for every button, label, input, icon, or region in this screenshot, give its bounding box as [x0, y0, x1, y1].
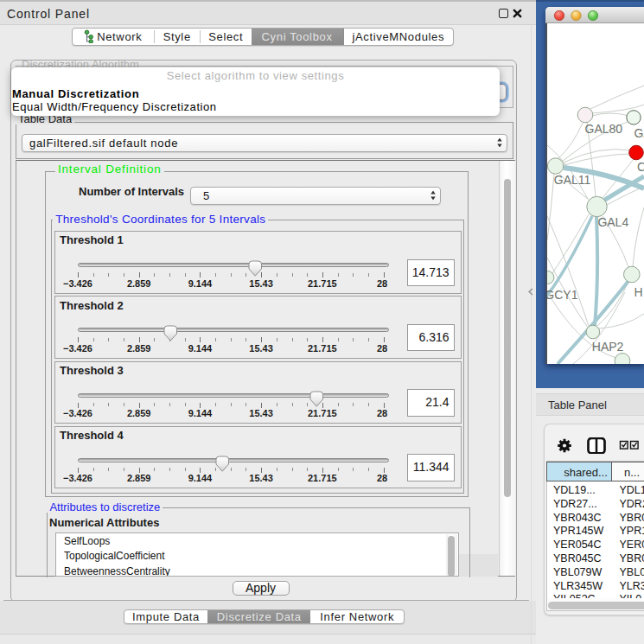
svg-text:C: C [637, 160, 644, 174]
svg-text:GAL11: GAL11 [554, 172, 591, 186]
svg-text:HAP2: HAP2 [592, 339, 624, 353]
svg-text:GAL80: GAL80 [585, 121, 623, 135]
svg-text:H: H [634, 285, 643, 299]
svg-text:GCY1: GCY1 [547, 287, 578, 301]
svg-text:GAL4: GAL4 [597, 214, 628, 228]
svg-text:GA: GA [634, 126, 644, 140]
